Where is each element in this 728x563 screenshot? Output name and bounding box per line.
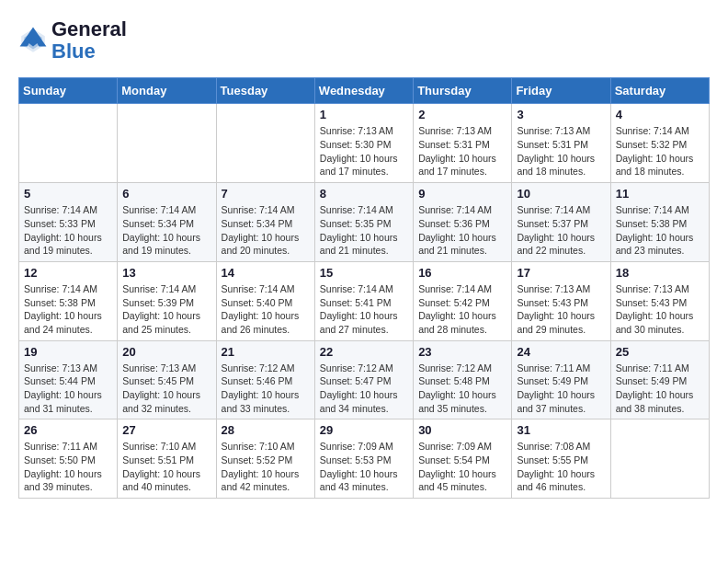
day-number: 16 bbox=[418, 266, 506, 280]
day-number: 19 bbox=[24, 345, 112, 359]
calendar-cell: 14Sunrise: 7:14 AMSunset: 5:40 PMDayligh… bbox=[216, 261, 314, 340]
day-number: 17 bbox=[517, 266, 605, 280]
day-number: 15 bbox=[320, 266, 408, 280]
day-number: 12 bbox=[24, 266, 112, 280]
day-info: Sunrise: 7:12 AMSunset: 5:47 PMDaylight:… bbox=[320, 362, 408, 416]
day-number: 31 bbox=[517, 423, 605, 437]
day-number: 26 bbox=[24, 423, 112, 437]
day-number: 29 bbox=[320, 423, 408, 437]
calendar-cell: 22Sunrise: 7:12 AMSunset: 5:47 PMDayligh… bbox=[314, 340, 413, 419]
day-number: 2 bbox=[418, 108, 506, 121]
day-info: Sunrise: 7:14 AMSunset: 5:39 PMDaylight:… bbox=[122, 282, 210, 337]
calendar-cell: 27Sunrise: 7:10 AMSunset: 5:51 PMDayligh… bbox=[118, 419, 216, 499]
day-info: Sunrise: 7:14 AMSunset: 5:38 PMDaylight:… bbox=[616, 203, 704, 258]
calendar-week-row: 19Sunrise: 7:13 AMSunset: 5:44 PMDayligh… bbox=[19, 340, 710, 419]
day-number: 14 bbox=[222, 266, 310, 280]
day-info: Sunrise: 7:12 AMSunset: 5:48 PMDaylight:… bbox=[418, 362, 506, 416]
day-info: Sunrise: 7:14 AMSunset: 5:40 PMDaylight:… bbox=[222, 282, 310, 337]
day-number: 5 bbox=[24, 187, 112, 201]
calendar-body: 1Sunrise: 7:13 AMSunset: 5:30 PMDaylight… bbox=[19, 104, 710, 499]
calendar-cell: 16Sunrise: 7:14 AMSunset: 5:42 PMDayligh… bbox=[414, 261, 512, 340]
day-info: Sunrise: 7:12 AMSunset: 5:46 PMDaylight:… bbox=[222, 362, 310, 416]
calendar-cell bbox=[216, 104, 314, 183]
calendar-cell: 17Sunrise: 7:13 AMSunset: 5:43 PMDayligh… bbox=[512, 261, 610, 340]
day-number: 21 bbox=[222, 345, 310, 359]
day-of-week-header: Tuesday bbox=[216, 78, 314, 104]
day-number: 10 bbox=[517, 187, 605, 201]
day-info: Sunrise: 7:09 AMSunset: 5:53 PMDaylight:… bbox=[320, 440, 408, 494]
calendar-cell: 23Sunrise: 7:12 AMSunset: 5:48 PMDayligh… bbox=[414, 340, 512, 419]
calendar-cell: 6Sunrise: 7:14 AMSunset: 5:34 PMDaylight… bbox=[118, 183, 216, 262]
day-info: Sunrise: 7:13 AMSunset: 5:31 PMDaylight:… bbox=[418, 124, 506, 178]
calendar-cell bbox=[19, 104, 118, 183]
calendar-cell: 13Sunrise: 7:14 AMSunset: 5:39 PMDayligh… bbox=[118, 261, 216, 340]
day-number: 3 bbox=[517, 108, 605, 121]
day-number: 9 bbox=[418, 187, 506, 201]
calendar-week-row: 26Sunrise: 7:11 AMSunset: 5:50 PMDayligh… bbox=[19, 419, 710, 499]
calendar-cell: 20Sunrise: 7:13 AMSunset: 5:45 PMDayligh… bbox=[118, 340, 216, 419]
calendar-cell: 15Sunrise: 7:14 AMSunset: 5:41 PMDayligh… bbox=[314, 261, 413, 340]
day-number: 23 bbox=[418, 345, 506, 359]
day-info: Sunrise: 7:14 AMSunset: 5:36 PMDaylight:… bbox=[418, 203, 506, 258]
day-of-week-header: Sunday bbox=[19, 78, 118, 104]
day-number: 13 bbox=[122, 266, 210, 280]
day-number: 25 bbox=[616, 345, 704, 359]
day-info: Sunrise: 7:14 AMSunset: 5:37 PMDaylight:… bbox=[517, 203, 605, 258]
day-number: 24 bbox=[517, 345, 605, 359]
calendar-cell: 11Sunrise: 7:14 AMSunset: 5:38 PMDayligh… bbox=[610, 183, 709, 262]
calendar-cell: 9Sunrise: 7:14 AMSunset: 5:36 PMDaylight… bbox=[414, 183, 512, 262]
day-info: Sunrise: 7:13 AMSunset: 5:30 PMDaylight:… bbox=[320, 124, 408, 178]
day-info: Sunrise: 7:11 AMSunset: 5:50 PMDaylight:… bbox=[24, 440, 112, 494]
day-number: 18 bbox=[616, 266, 704, 280]
logo-text: GeneralBlue bbox=[51, 18, 127, 63]
calendar-cell: 7Sunrise: 7:14 AMSunset: 5:34 PMDaylight… bbox=[216, 183, 314, 262]
page-header: GeneralBlue bbox=[18, 18, 710, 63]
calendar-cell: 10Sunrise: 7:14 AMSunset: 5:37 PMDayligh… bbox=[512, 183, 610, 262]
calendar-table: SundayMondayTuesdayWednesdayThursdayFrid… bbox=[18, 77, 710, 499]
calendar-cell: 31Sunrise: 7:08 AMSunset: 5:55 PMDayligh… bbox=[512, 419, 610, 499]
logo: GeneralBlue bbox=[18, 18, 127, 63]
day-of-week-header: Wednesday bbox=[314, 78, 413, 104]
day-of-week-header: Monday bbox=[118, 78, 216, 104]
day-info: Sunrise: 7:09 AMSunset: 5:54 PMDaylight:… bbox=[418, 440, 506, 494]
day-info: Sunrise: 7:10 AMSunset: 5:52 PMDaylight:… bbox=[222, 440, 310, 494]
day-of-week-header: Saturday bbox=[610, 78, 709, 104]
day-info: Sunrise: 7:14 AMSunset: 5:34 PMDaylight:… bbox=[122, 203, 210, 258]
calendar-header: SundayMondayTuesdayWednesdayThursdayFrid… bbox=[19, 78, 710, 104]
logo-icon bbox=[18, 26, 48, 55]
calendar-cell bbox=[118, 104, 216, 183]
day-number: 30 bbox=[418, 423, 506, 437]
day-number: 7 bbox=[222, 187, 310, 201]
calendar-cell: 29Sunrise: 7:09 AMSunset: 5:53 PMDayligh… bbox=[314, 419, 413, 499]
day-of-week-header: Thursday bbox=[414, 78, 512, 104]
day-info: Sunrise: 7:11 AMSunset: 5:49 PMDaylight:… bbox=[616, 362, 704, 416]
calendar-week-row: 1Sunrise: 7:13 AMSunset: 5:30 PMDaylight… bbox=[19, 104, 710, 183]
day-info: Sunrise: 7:14 AMSunset: 5:35 PMDaylight:… bbox=[320, 203, 408, 258]
calendar-cell: 24Sunrise: 7:11 AMSunset: 5:49 PMDayligh… bbox=[512, 340, 610, 419]
calendar-week-row: 5Sunrise: 7:14 AMSunset: 5:33 PMDaylight… bbox=[19, 183, 710, 262]
day-of-week-header: Friday bbox=[512, 78, 610, 104]
day-info: Sunrise: 7:14 AMSunset: 5:38 PMDaylight:… bbox=[24, 282, 112, 337]
day-info: Sunrise: 7:14 AMSunset: 5:42 PMDaylight:… bbox=[418, 282, 506, 337]
calendar-cell: 2Sunrise: 7:13 AMSunset: 5:31 PMDaylight… bbox=[414, 104, 512, 183]
day-info: Sunrise: 7:14 AMSunset: 5:41 PMDaylight:… bbox=[320, 282, 408, 337]
calendar-cell: 19Sunrise: 7:13 AMSunset: 5:44 PMDayligh… bbox=[19, 340, 118, 419]
day-info: Sunrise: 7:13 AMSunset: 5:43 PMDaylight:… bbox=[616, 282, 704, 337]
day-number: 20 bbox=[122, 345, 210, 359]
calendar-week-row: 12Sunrise: 7:14 AMSunset: 5:38 PMDayligh… bbox=[19, 261, 710, 340]
calendar-cell: 8Sunrise: 7:14 AMSunset: 5:35 PMDaylight… bbox=[314, 183, 413, 262]
day-number: 4 bbox=[616, 108, 704, 121]
day-number: 1 bbox=[320, 108, 408, 121]
day-info: Sunrise: 7:08 AMSunset: 5:55 PMDaylight:… bbox=[517, 440, 605, 494]
day-number: 6 bbox=[122, 187, 210, 201]
day-info: Sunrise: 7:13 AMSunset: 5:45 PMDaylight:… bbox=[122, 362, 210, 416]
calendar-cell: 21Sunrise: 7:12 AMSunset: 5:46 PMDayligh… bbox=[216, 340, 314, 419]
day-info: Sunrise: 7:14 AMSunset: 5:33 PMDaylight:… bbox=[24, 203, 112, 258]
calendar-cell: 4Sunrise: 7:14 AMSunset: 5:32 PMDaylight… bbox=[610, 104, 709, 183]
day-number: 22 bbox=[320, 345, 408, 359]
day-info: Sunrise: 7:13 AMSunset: 5:31 PMDaylight:… bbox=[517, 124, 605, 178]
day-info: Sunrise: 7:13 AMSunset: 5:43 PMDaylight:… bbox=[517, 282, 605, 337]
calendar-cell: 26Sunrise: 7:11 AMSunset: 5:50 PMDayligh… bbox=[19, 419, 118, 499]
calendar-cell: 18Sunrise: 7:13 AMSunset: 5:43 PMDayligh… bbox=[610, 261, 709, 340]
day-info: Sunrise: 7:11 AMSunset: 5:49 PMDaylight:… bbox=[517, 362, 605, 416]
